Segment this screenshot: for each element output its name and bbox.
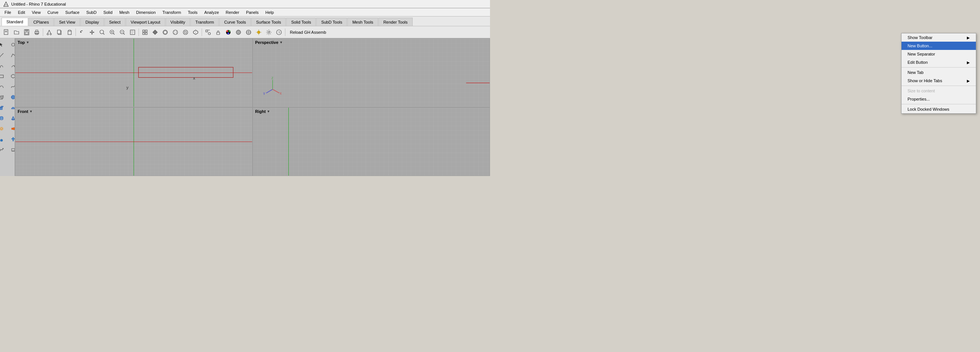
btn-zoom-out[interactable] — [118, 27, 127, 37]
tool-arc[interactable] — [0, 61, 7, 71]
tab-standard[interactable]: Standard — [2, 17, 28, 26]
tool-arrow-right[interactable] — [8, 124, 15, 133]
tab-visibility[interactable]: Visibility — [165, 17, 190, 26]
viewport-top-label[interactable]: Top ▼ — [18, 40, 29, 44]
btn-zoom-in[interactable] — [107, 27, 117, 37]
viewport-right-dropdown-icon[interactable]: ▼ — [267, 109, 270, 113]
menu-panels[interactable]: Panels — [243, 10, 262, 15]
tool-surface[interactable] — [8, 103, 15, 113]
tab-transform[interactable]: Transform — [190, 17, 219, 26]
svg-marker-87 — [11, 107, 15, 109]
svg-rect-36 — [143, 30, 145, 32]
menu-file[interactable]: File — [2, 10, 14, 15]
tool-mesh-box[interactable] — [0, 134, 7, 144]
btn-env[interactable] — [244, 27, 253, 37]
tool-cone[interactable] — [8, 113, 15, 123]
tool-box[interactable] — [0, 92, 7, 102]
svg-point-56 — [229, 30, 231, 32]
menu-analyze[interactable]: Analyze — [201, 10, 222, 15]
viewport-right[interactable]: Right ▼ — [253, 107, 490, 176]
menu-surface[interactable]: Surface — [62, 10, 83, 15]
viewport-top[interactable]: Top ▼ y x — [15, 38, 253, 107]
viewport-perspective[interactable]: Perspective ▼ y x z — [253, 38, 490, 107]
viewport-perspective-label[interactable]: Perspective ▼ — [255, 40, 283, 44]
viewport-front-dropdown-icon[interactable]: ▼ — [29, 109, 33, 113]
tool-gear[interactable] — [0, 124, 7, 133]
menu-solid[interactable]: Solid — [100, 10, 115, 15]
menu-transform[interactable]: Transform — [159, 10, 185, 15]
btn-help[interactable]: ? — [274, 27, 284, 37]
menu-curve[interactable]: Curve — [44, 10, 61, 15]
tab-solid-tools[interactable]: Solid Tools — [286, 17, 316, 26]
btn-shaded[interactable] — [150, 27, 160, 37]
viewport-front[interactable]: Front ▼ — [15, 107, 253, 176]
btn-new[interactable] — [2, 27, 11, 37]
btn-settings[interactable] — [264, 27, 274, 37]
btn-lock[interactable] — [213, 27, 223, 37]
tab-set-view[interactable]: Set View — [54, 17, 80, 26]
btn-open[interactable] — [12, 27, 21, 37]
tool-arc2[interactable] — [8, 61, 15, 71]
btn-pan[interactable] — [87, 27, 97, 37]
btn-wire[interactable] — [140, 27, 150, 37]
tool-dimension[interactable] — [8, 145, 15, 155]
btn-copy[interactable] — [54, 27, 64, 37]
tab-select[interactable]: Select — [104, 17, 126, 26]
btn-save[interactable] — [22, 27, 32, 37]
tool-freeform[interactable] — [0, 145, 7, 155]
menu-subd[interactable]: SubD — [83, 10, 100, 15]
menu-dimension[interactable]: Dimension — [133, 10, 159, 15]
tool-rectangle[interactable] — [0, 71, 7, 81]
btn-color[interactable] — [223, 27, 233, 37]
tab-mesh-tools[interactable]: Mesh Tools — [347, 17, 378, 26]
btn-zoom-window[interactable] — [128, 27, 137, 37]
btn-rendered[interactable] — [160, 27, 170, 37]
btn-cut[interactable] — [44, 27, 54, 37]
btn-print[interactable] — [32, 27, 42, 37]
tool-select-arrow[interactable] — [0, 40, 7, 49]
tool-row-2 — [0, 50, 15, 60]
menu-tools[interactable]: Tools — [185, 10, 200, 15]
btn-tech[interactable] — [191, 27, 200, 37]
btn-zoom-extent[interactable] — [97, 27, 107, 37]
btn-material[interactable] — [234, 27, 243, 37]
svg-marker-23 — [93, 32, 94, 33]
viewport-perspective-dropdown-icon[interactable]: ▼ — [279, 41, 283, 44]
tab-cplanes[interactable]: CPlanes — [29, 17, 54, 26]
btn-sun[interactable] — [254, 27, 264, 37]
btn-ghosted[interactable] — [170, 27, 180, 37]
toolbar-row: ? Reload GH Assemb — [0, 26, 490, 38]
btn-osnap[interactable] — [203, 27, 213, 37]
svg-line-13 — [48, 30, 49, 33]
btn-undo[interactable] — [77, 27, 87, 37]
tool-line-segment[interactable] — [0, 50, 7, 60]
tab-render-tools[interactable]: Render Tools — [379, 17, 413, 26]
menu-view[interactable]: View — [29, 10, 44, 15]
menu-render[interactable]: Render — [223, 10, 242, 15]
reload-gh-button[interactable]: Reload GH Assemb — [286, 27, 330, 37]
viewport-front-label[interactable]: Front ▼ — [18, 109, 33, 114]
tool-circle-point[interactable] — [8, 40, 15, 49]
btn-x-ray[interactable] — [181, 27, 190, 37]
tool-polygon[interactable] — [8, 71, 15, 81]
viewport-top-dropdown-icon[interactable]: ▼ — [26, 41, 29, 44]
svg-point-75 — [0, 67, 1, 68]
menu-mesh[interactable]: Mesh — [116, 10, 132, 15]
tab-display[interactable]: Display — [80, 17, 103, 26]
svg-point-12 — [50, 33, 51, 35]
tool-spline2[interactable] — [8, 82, 15, 92]
tab-viewport-layout[interactable]: Viewport Layout — [126, 17, 165, 26]
tool-spline[interactable] — [0, 82, 7, 92]
tool-sphere[interactable] — [8, 92, 15, 102]
menu-help[interactable]: Help — [262, 10, 277, 15]
tab-curve-tools[interactable]: Curve Tools — [219, 17, 251, 26]
tab-subd-tools[interactable]: SubD Tools — [316, 17, 347, 26]
tab-surface-tools[interactable]: Surface Tools — [251, 17, 286, 26]
viewport-right-label[interactable]: Right ▼ — [255, 109, 270, 114]
tool-polyline[interactable] — [8, 50, 15, 60]
tool-cylinder[interactable] — [0, 113, 7, 123]
btn-paste[interactable] — [65, 27, 74, 37]
tool-move[interactable] — [8, 134, 15, 144]
menu-edit[interactable]: Edit — [15, 10, 28, 15]
tool-extrude[interactable] — [0, 103, 7, 113]
